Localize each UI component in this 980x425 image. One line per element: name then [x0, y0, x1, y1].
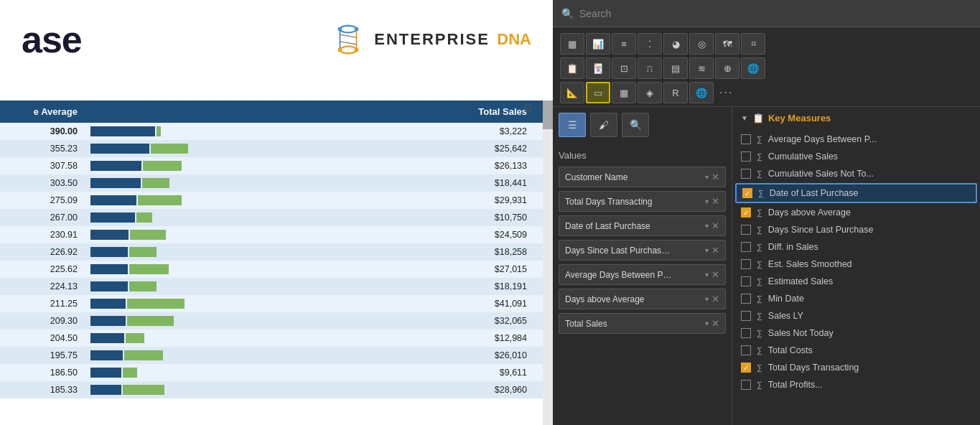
matrix-icon[interactable]: ⌗: [741, 33, 765, 55]
bar-cell: [86, 243, 230, 261]
card-icon[interactable]: 🃏: [586, 57, 610, 79]
analytics-tab-btn[interactable]: 🔍: [622, 113, 649, 137]
field-checkbox[interactable]: ✓: [741, 363, 751, 373]
field-checkbox[interactable]: [741, 276, 751, 286]
field-average-days-between-p[interactable]: ∑Average Days Between P...: [732, 131, 980, 148]
field-days-since-last-purchase[interactable]: ∑Days Since Last Purchase: [732, 221, 980, 238]
waterfall-icon[interactable]: ≋: [689, 57, 714, 79]
bar-cell: [86, 364, 230, 381]
gauge-icon[interactable]: ⎍: [638, 57, 662, 79]
field-checkbox[interactable]: [741, 134, 751, 144]
diamond-icon[interactable]: ◈: [638, 82, 662, 103]
field-sales-not-today[interactable]: ∑Sales Not Today: [732, 324, 980, 342]
values-field-days-above-average[interactable]: Days above Average▾✕: [559, 289, 726, 309]
globe-icon[interactable]: 🌐: [741, 57, 765, 79]
values-field-customer-name[interactable]: Customer Name▾✕: [559, 167, 726, 187]
field-chevron-icon[interactable]: ▾: [705, 295, 709, 303]
globe2-icon[interactable]: 🌐: [689, 82, 714, 103]
area-icon[interactable]: ≡: [612, 33, 636, 55]
field-checkbox[interactable]: [741, 328, 751, 338]
field-cumulative-sales[interactable]: ∑Cumulative Sales: [732, 148, 980, 165]
pie-icon[interactable]: ◕: [663, 33, 688, 55]
field-diff-in-sales[interactable]: ∑Diff. in Sales: [732, 238, 980, 256]
field-checkbox[interactable]: [741, 345, 751, 355]
more-icons-dots[interactable]: ···: [715, 83, 737, 102]
field-checkbox[interactable]: [741, 242, 751, 252]
section-header[interactable]: ▼ 📋 Key Measures: [732, 107, 980, 129]
field-checkbox[interactable]: [741, 380, 751, 390]
field-chevron-icon[interactable]: ▾: [705, 173, 709, 181]
field-date-of-last-purchase[interactable]: ✓∑Date of Last Purchase: [735, 183, 977, 203]
field-remove-icon[interactable]: ✕: [711, 196, 719, 207]
field-remove-icon[interactable]: ✕: [711, 220, 719, 231]
field-chevron-icon[interactable]: ▾: [705, 319, 709, 327]
stacked-bar-icon[interactable]: ▦: [560, 33, 584, 55]
field-remove-icon[interactable]: ✕: [711, 294, 719, 304]
field-checkbox[interactable]: ✓: [742, 188, 752, 198]
grid-icon[interactable]: ▦: [612, 82, 636, 103]
treemap-icon[interactable]: ▤: [663, 57, 688, 79]
field-label: Days above Average: [565, 294, 645, 304]
field-checkbox[interactable]: [741, 169, 751, 179]
field-cumulative-sales-not-to[interactable]: ∑Cumulative Sales Not To...: [732, 165, 980, 182]
field-remove-icon[interactable]: ✕: [711, 318, 719, 329]
col-header-average: e Average: [0, 101, 86, 123]
field-total-costs[interactable]: ∑Total Costs: [732, 342, 980, 359]
field-checkbox[interactable]: ✓: [741, 207, 751, 218]
field-checkbox[interactable]: [741, 311, 751, 321]
field-remove-icon[interactable]: ✕: [711, 245, 719, 256]
values-field-days-since-last-purchase[interactable]: Days Since Last Purchas…▾✕: [559, 240, 726, 261]
field-remove-icon[interactable]: ✕: [711, 172, 719, 182]
brand-dna: DNA: [497, 30, 531, 48]
svg-point-8: [338, 48, 342, 52]
r-visual-icon[interactable]: R: [663, 82, 688, 103]
avg-bar: [90, 299, 126, 309]
bar-chart-icon[interactable]: 📊: [586, 33, 610, 55]
field-checkbox[interactable]: [741, 259, 751, 269]
field-chevron-icon[interactable]: ▾: [705, 197, 709, 205]
total-bar: [143, 161, 182, 171]
field-estimated-sales[interactable]: ∑Estimated Sales: [732, 273, 980, 290]
format-tab-btn[interactable]: 🖌: [590, 113, 617, 137]
field-chevron-icon[interactable]: ▾: [705, 271, 709, 279]
field-checkbox[interactable]: [741, 151, 751, 162]
brand-enterprise: ENTERPRISE: [374, 30, 490, 48]
expand-icon[interactable]: ⊡: [524, 102, 533, 113]
table-row: 226.92$18,258: [0, 243, 553, 261]
field-name-label: Date of Last Purchase: [770, 188, 970, 198]
scatter-map-icon[interactable]: ⊕: [715, 57, 739, 79]
field-checkbox[interactable]: [741, 294, 751, 304]
field-chevron-icon[interactable]: ▾: [705, 222, 709, 230]
values-field-total-days-transacting[interactable]: Total Days Transacting▾✕: [559, 191, 726, 212]
data-table: e Average Total Sales 390.00$3,222355.23…: [0, 101, 553, 398]
table-scrollbar[interactable]: [543, 101, 553, 425]
field-sales-ly[interactable]: ∑Sales LY: [732, 307, 980, 324]
field-days-above-average[interactable]: ✓∑Days above Average: [732, 204, 980, 221]
field-est-sales-smoothed[interactable]: ∑Est. Sales Smoothed: [732, 256, 980, 273]
sales-cell: $26,010: [230, 347, 536, 364]
field-chevron-icon[interactable]: ▾: [705, 246, 709, 254]
field-min-date[interactable]: ∑Min Date: [732, 290, 980, 307]
field-remove-icon[interactable]: ✕: [711, 269, 719, 280]
fields-tab-btn[interactable]: ☰: [559, 113, 586, 137]
scrollbar-thumb[interactable]: [543, 101, 553, 129]
values-field-total-sales[interactable]: Total Sales▾✕: [559, 313, 726, 334]
donut-icon[interactable]: ◎: [689, 33, 714, 55]
field-total-profits[interactable]: ∑Total Profits...: [732, 376, 980, 393]
field-total-days-transacting[interactable]: ✓∑Total Days Transacting: [732, 359, 980, 376]
funnel-icon[interactable]: 📐: [560, 82, 584, 103]
table2-icon[interactable]: 📋: [560, 57, 584, 79]
values-field-average-days-between-purchases[interactable]: Average Days Between P…▾✕: [559, 264, 726, 285]
values-field-date-of-last-purchase[interactable]: Date of Last Purchase▾✕: [559, 215, 726, 236]
kpi-icon[interactable]: ⊡: [612, 57, 636, 79]
field-name-label: Min Date: [768, 294, 971, 304]
scatter-icon[interactable]: ⁚: [638, 33, 662, 55]
values-label: Values: [559, 150, 726, 161]
map-icon[interactable]: 🗺: [715, 33, 739, 55]
avg-bar: [90, 316, 126, 326]
sales-cell: $28,960: [230, 381, 536, 398]
field-checkbox[interactable]: [741, 225, 751, 235]
bar-cell: [86, 123, 230, 140]
search-input[interactable]: [579, 8, 971, 19]
rectangle-icon[interactable]: ▭: [586, 82, 610, 103]
